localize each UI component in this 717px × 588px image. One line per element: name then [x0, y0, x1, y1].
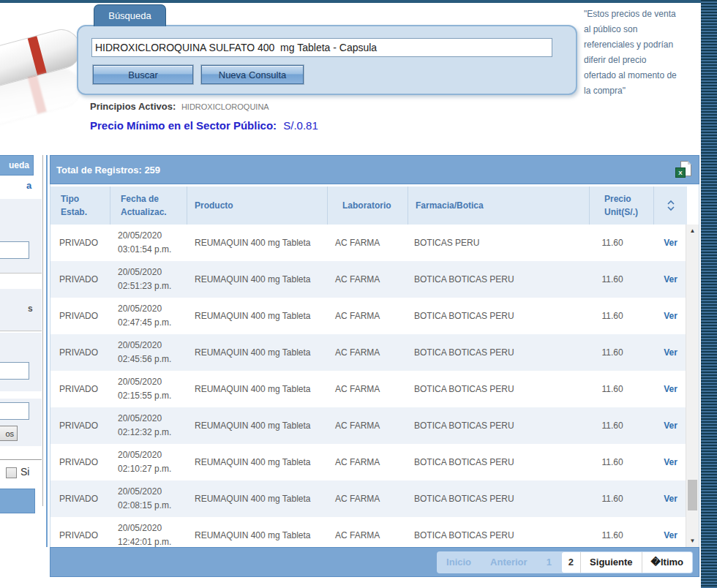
results-header-row: Tipo Estab. Fecha de Actualizac. Product… [50, 186, 687, 225]
ver-link[interactable]: Ver [664, 274, 677, 284]
scroll-down-icon[interactable]: ▼ [686, 535, 699, 548]
cell-laboratorio: AC FARMA [328, 480, 408, 517]
sidebar-select-fragment[interactable] [0, 241, 29, 259]
content-border-line [46, 155, 48, 547]
sort-icon[interactable] [654, 186, 687, 225]
column-header-tipo-estab[interactable]: Tipo Estab. [50, 186, 110, 225]
cell-tipo-estab: PRIVADO [50, 480, 110, 517]
tab-busqueda[interactable]: Búsqueda [94, 4, 166, 26]
sidebar-divider-line [42, 155, 43, 506]
cell-producto: REUMAQUIN 400 mg Tableta [187, 444, 328, 480]
scroll-up-icon[interactable]: ▲ [686, 225, 699, 238]
cell-farmacia-botica: BOTICA BOTICAS PERU [408, 261, 590, 298]
page-ultimo[interactable]: �ltimo [642, 552, 692, 573]
column-header-producto[interactable]: Producto [187, 186, 328, 225]
column-header-farmacia-botica[interactable]: Farmacia/Botica [408, 186, 590, 225]
ver-link[interactable]: Ver [664, 238, 677, 248]
cell-producto: REUMAQUIN 400 mg Tableta [187, 225, 328, 261]
disclaimer-text: "Estos precios de venta al público son r… [584, 7, 701, 99]
table-row: PRIVADO 20/05/2020 02:51:23 p.m. REUMAQU… [50, 261, 687, 298]
table-scrollbar[interactable]: ▲ ▼ [686, 225, 699, 548]
excel-export-icon[interactable]: X [675, 161, 691, 178]
cell-farmacia-botica: BOTICAS PERU [408, 225, 590, 261]
disclaimer-line: ofertado al momento de [584, 68, 701, 83]
table-row: PRIVADO 20/05/2020 02:12:32 p.m. REUMAQU… [50, 407, 687, 444]
principios-value: HIDROXICLOROQUINA [181, 102, 269, 111]
page-siguiente[interactable]: Siguiente [581, 552, 642, 573]
table-row: PRIVADO 20/05/2020 12:42:01 p.m. REUMAQU… [50, 517, 687, 548]
sidebar-header-fragment: ueda [0, 155, 34, 176]
cell-farmacia-botica: BOTICA BOTICAS PERU [408, 517, 590, 548]
cell-precio-unit: 11.60 [590, 407, 654, 444]
buscar-button[interactable]: Buscar [93, 65, 193, 84]
cell-ver: Ver [654, 480, 687, 517]
table-row: PRIVADO 20/05/2020 02:15:55 p.m. REUMAQU… [50, 371, 687, 407]
scrollbar-thumb[interactable] [688, 480, 697, 510]
disclaimer-line: al público son [584, 22, 701, 37]
cell-laboratorio: AC FARMA [328, 407, 408, 444]
pagination-bar: Inicio Anterior 1 2 Siguiente �ltimo [50, 547, 699, 577]
disclaimer-line: "Estos precios de venta [584, 7, 701, 22]
sidebar-action-button-fragment[interactable] [0, 489, 35, 513]
ver-link[interactable]: Ver [664, 347, 677, 358]
ver-link[interactable]: Ver [664, 530, 677, 540]
cell-ver: Ver [654, 334, 687, 371]
results-rows: PRIVADO 20/05/2020 03:01:54 p.m. REUMAQU… [50, 225, 687, 548]
cell-fecha-actualizac: 20/05/2020 03:01:54 p.m. [110, 225, 187, 261]
cell-farmacia-botica: BOTICA BOTICAS PERU [408, 407, 590, 444]
cell-producto: REUMAQUIN 400 mg Tableta [187, 480, 328, 517]
cell-ver: Ver [654, 261, 687, 298]
sidebar-button-fragment[interactable]: os [0, 426, 18, 441]
column-header-precio-unit[interactable]: Precio Unit(S/.) [590, 186, 654, 225]
disclaimer-line: diferir del precio [584, 53, 701, 68]
page-anterior: Anterior [481, 551, 537, 573]
results-title-bar: Total de Registros: 259 X [50, 155, 699, 184]
page-1[interactable]: 1 [537, 551, 561, 573]
cell-precio-unit: 11.60 [590, 480, 654, 517]
excel-x-glyph: X [675, 167, 686, 178]
ver-link[interactable]: Ver [664, 421, 677, 431]
cell-precio-unit: 11.60 [590, 444, 654, 480]
cell-precio-unit: 11.60 [590, 334, 654, 371]
column-header-laboratorio[interactable]: Laboratorio [328, 186, 408, 225]
cell-producto: REUMAQUIN 400 mg Tableta [187, 407, 328, 444]
cell-laboratorio: AC FARMA [328, 225, 408, 261]
cell-producto: REUMAQUIN 400 mg Tableta [187, 261, 328, 298]
cell-producto: REUMAQUIN 400 mg Tableta [187, 334, 328, 371]
cell-laboratorio: AC FARMA [328, 444, 408, 480]
cell-producto: REUMAQUIN 400 mg Tableta [187, 371, 328, 407]
sidebar-section [0, 199, 42, 274]
page-2-current[interactable]: 2 [562, 552, 581, 573]
cell-laboratorio: AC FARMA [328, 517, 408, 548]
ver-link[interactable]: Ver [664, 311, 677, 321]
cell-farmacia-botica: BOTICA BOTICAS PERU [408, 334, 590, 371]
table-row: PRIVADO 20/05/2020 02:10:27 p.m. REUMAQU… [50, 444, 687, 480]
sidebar-link-fragment[interactable]: a [26, 180, 31, 191]
table-row: PRIVADO 20/05/2020 02:47:45 p.m. REUMAQU… [50, 298, 687, 334]
precio-minimo-label: Precio Mínimo en el Sector Público: [90, 119, 277, 132]
ver-link[interactable]: Ver [664, 494, 677, 504]
column-header-fecha-actualizac[interactable]: Fecha de Actualizac. [110, 186, 187, 225]
results-panel: Total de Registros: 259 X Tipo Estab. Fe… [50, 155, 699, 576]
cell-fecha-actualizac: 20/05/2020 02:10:27 p.m. [110, 444, 187, 480]
cell-fecha-actualizac: 20/05/2020 02:12:32 p.m. [110, 407, 187, 444]
striped-background-texture [701, 0, 717, 588]
si-checkbox[interactable] [6, 467, 17, 478]
disclaimer-line: la compra" [584, 83, 701, 99]
cell-fecha-actualizac: 20/05/2020 02:51:23 p.m. [110, 261, 187, 298]
nueva-consulta-button[interactable]: Nueva Consulta [201, 65, 304, 84]
ver-link[interactable]: Ver [664, 384, 677, 394]
cell-laboratorio: AC FARMA [328, 334, 408, 371]
table-row: PRIVADO 20/05/2020 02:08:15 p.m. REUMAQU… [50, 480, 687, 517]
search-input[interactable] [91, 38, 552, 57]
cell-ver: Ver [654, 444, 687, 480]
cell-tipo-estab: PRIVADO [50, 225, 110, 261]
cell-farmacia-botica: BOTICA BOTICAS PERU [408, 371, 590, 407]
ver-link[interactable]: Ver [664, 457, 677, 467]
sidebar-input-fragment[interactable] [0, 362, 29, 380]
sidebar-input-fragment[interactable] [0, 402, 29, 420]
cell-tipo-estab: PRIVADO [50, 298, 110, 334]
table-row: PRIVADO 20/05/2020 03:01:54 p.m. REUMAQU… [50, 225, 687, 261]
cell-farmacia-botica: BOTICA BOTICAS PERU [408, 298, 590, 334]
precio-minimo-line: Precio Mínimo en el Sector Público: S/.0… [90, 119, 318, 132]
